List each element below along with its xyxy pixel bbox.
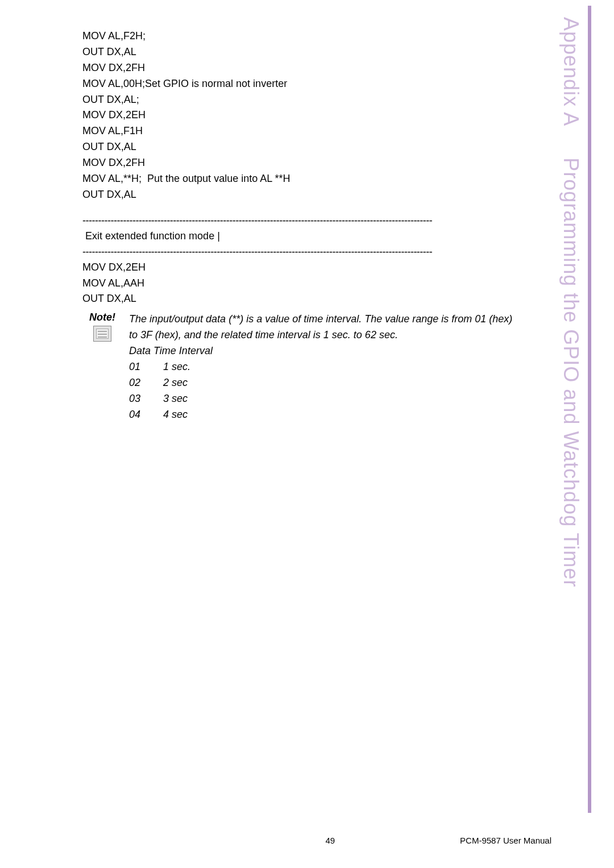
exit-mode-label: Exit extended function mode | — [82, 229, 515, 244]
page-footer: 49 PCM-9587 User Manual — [82, 836, 580, 845]
code-block-2: MOV DX,2EH MOV AL,AAH OUT DX,AL — [82, 260, 515, 308]
interval-key: 04 — [129, 407, 146, 423]
data-time-interval-label: Data Time Interval — [129, 343, 515, 359]
note-text: The input/output data (**) is a value of… — [129, 312, 515, 422]
interval-value: 3 sec — [163, 391, 188, 407]
interval-value: 4 sec — [163, 407, 188, 423]
interval-row-03: 03 3 sec — [129, 391, 515, 407]
divider-top: ----------------------------------------… — [82, 213, 515, 229]
code-block-1: MOV AL,F2H; OUT DX,AL MOV DX,2FH MOV AL,… — [82, 28, 515, 203]
note-left-column: Note! — [82, 312, 122, 342]
divider-bottom: ----------------------------------------… — [82, 244, 515, 260]
interval-row-02: 02 2 sec — [129, 375, 515, 391]
interval-key: 02 — [129, 375, 146, 391]
page-container: MOV AL,F2H; OUT DX,AL MOV DX,2FH MOV AL,… — [0, 0, 614, 868]
spacer — [82, 203, 580, 213]
interval-row-04: 04 4 sec — [129, 407, 515, 423]
interval-value: 1 sec. — [163, 359, 190, 375]
footer-manual-name: PCM-9587 User Manual — [460, 836, 551, 845]
footer-page-number: 49 — [325, 836, 335, 845]
note-block: Note! The input/output data (**) is a va… — [82, 312, 515, 422]
note-document-icon — [93, 326, 111, 342]
interval-key: 03 — [129, 391, 146, 407]
interval-key: 01 — [129, 359, 146, 375]
interval-value: 2 sec — [163, 375, 188, 391]
note-label: Note! — [89, 312, 115, 323]
interval-row-01: 01 1 sec. — [129, 359, 515, 375]
note-text-body: The input/output data (**) is a value of… — [129, 312, 515, 343]
